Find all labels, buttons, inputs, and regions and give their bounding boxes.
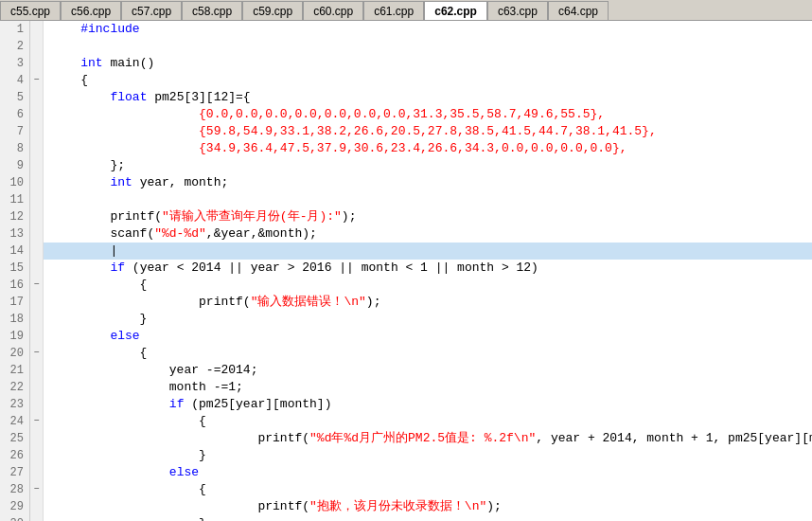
line-number: 5: [0, 89, 30, 106]
fold-marker: [30, 379, 44, 396]
line-number: 24: [0, 413, 30, 430]
code-line: 9 };: [0, 157, 812, 174]
line-number: 16: [0, 277, 30, 294]
line-number: 26: [0, 447, 30, 464]
code-text: {34.9,36.4,47.5,37.9,30.6,23.4,26.6,34.3…: [44, 140, 812, 157]
code-text: }: [44, 447, 812, 464]
code-line: 22 month -=1;: [0, 379, 812, 396]
tab-c63.cpp[interactable]: c63.cpp: [487, 1, 548, 20]
code-text: month -=1;: [44, 379, 812, 396]
fold-marker[interactable]: −: [30, 72, 44, 89]
code-line: 2: [0, 38, 812, 55]
code-text: {: [44, 72, 812, 89]
fold-marker: [30, 191, 44, 208]
line-number: 17: [0, 294, 30, 311]
code-text: {: [44, 481, 812, 498]
tab-c57.cpp[interactable]: c57.cpp: [121, 1, 182, 20]
fold-marker: [30, 260, 44, 277]
tab-c59.cpp[interactable]: c59.cpp: [242, 1, 303, 20]
fold-marker: [30, 243, 44, 260]
code-text: int main(): [44, 55, 812, 72]
code-text: year -=2014;: [44, 362, 812, 379]
code-line: 13 scanf("%d-%d",&year,&month);: [0, 225, 812, 243]
line-number: 30: [0, 515, 30, 521]
fold-marker[interactable]: −: [30, 345, 44, 362]
code-text: printf("抱歉，该月份未收录数据！\n");: [44, 498, 812, 515]
fold-marker: [30, 106, 44, 123]
code-line: 20− {: [0, 345, 812, 362]
code-line: 8 {34.9,36.4,47.5,37.9,30.6,23.4,26.6,34…: [0, 140, 812, 157]
code-content[interactable]: 1 #include 2 3 int main()4− {5 float pm2…: [0, 21, 812, 521]
fold-marker: [30, 38, 44, 55]
line-number: 8: [0, 140, 30, 157]
code-line: 4− {: [0, 72, 812, 89]
fold-marker: [30, 140, 44, 157]
line-number: 15: [0, 260, 30, 277]
code-line: 7 {59.8,54.9,33.1,38.2,26.6,20.5,27.8,38…: [0, 123, 812, 140]
code-text: {59.8,54.9,33.1,38.2,26.6,20.5,27.8,38.5…: [44, 123, 812, 140]
fold-marker: [30, 498, 44, 515]
tab-c58.cpp[interactable]: c58.cpp: [182, 1, 242, 20]
tab-c62.cpp[interactable]: c62.cpp: [424, 1, 487, 20]
fold-marker: [30, 294, 44, 311]
code-line: 23 if (pm25[year][month]): [0, 396, 812, 413]
code-text: int year, month;: [44, 174, 812, 191]
fold-marker: [30, 208, 44, 225]
line-number: 9: [0, 157, 30, 174]
code-text: }: [44, 515, 812, 521]
fold-marker: [30, 157, 44, 174]
line-number: 21: [0, 362, 30, 379]
tab-c56.cpp[interactable]: c56.cpp: [61, 1, 121, 20]
line-number: 22: [0, 379, 30, 396]
line-number: 6: [0, 106, 30, 123]
code-text: scanf("%d-%d",&year,&month);: [44, 225, 812, 243]
code-text: {: [44, 413, 812, 430]
line-number: 3: [0, 55, 30, 72]
code-text: printf("输入数据错误！\n");: [44, 294, 812, 311]
line-number: 4: [0, 72, 30, 89]
tab-c61.cpp[interactable]: c61.cpp: [363, 1, 424, 20]
fold-marker: [30, 311, 44, 328]
line-number: 13: [0, 225, 30, 243]
fold-marker: [30, 515, 44, 521]
line-number: 10: [0, 174, 30, 191]
code-text: }: [44, 311, 812, 328]
code-text: [44, 191, 812, 208]
fold-marker: [30, 89, 44, 106]
fold-marker[interactable]: −: [30, 481, 44, 498]
code-text: if (pm25[year][month]): [44, 396, 812, 413]
tab-c60.cpp[interactable]: c60.cpp: [303, 1, 363, 20]
fold-marker: [30, 447, 44, 464]
fold-marker: [30, 225, 44, 243]
fold-marker: [30, 430, 44, 447]
code-line: 14 |: [0, 243, 812, 260]
line-number: 19: [0, 328, 30, 345]
code-text: if (year < 2014 || year > 2016 || month …: [44, 260, 812, 277]
code-text: float pm25[3][12]={: [44, 89, 812, 106]
code-line: 1 #include: [0, 21, 812, 38]
line-number: 11: [0, 191, 30, 208]
code-line: 16− {: [0, 277, 812, 294]
fold-marker[interactable]: −: [30, 413, 44, 430]
line-number: 18: [0, 311, 30, 328]
line-number: 20: [0, 345, 30, 362]
code-line: 6 {0.0,0.0,0.0,0.0,0.0,0.0,0.0,31.3,35.5…: [0, 106, 812, 123]
line-number: 27: [0, 464, 30, 481]
fold-marker: [30, 362, 44, 379]
code-line: 29 printf("抱歉，该月份未收录数据！\n");: [0, 498, 812, 515]
line-number: 29: [0, 498, 30, 515]
code-line: 21 year -=2014;: [0, 362, 812, 379]
fold-marker: [30, 123, 44, 140]
fold-marker[interactable]: −: [30, 277, 44, 294]
line-number: 25: [0, 430, 30, 447]
code-line: 28− {: [0, 481, 812, 498]
tab-c55.cpp[interactable]: c55.cpp: [0, 1, 61, 20]
fold-marker: [30, 328, 44, 345]
code-line: 18 }: [0, 311, 812, 328]
code-text: else: [44, 328, 812, 345]
tab-c64.cpp[interactable]: c64.cpp: [548, 1, 609, 20]
code-line: 25 printf("%d年%d月广州的PM2.5值是: %.2f\n", ye…: [0, 430, 812, 447]
line-number: 14: [0, 243, 30, 260]
line-number: 7: [0, 123, 30, 140]
fold-marker: [30, 396, 44, 413]
